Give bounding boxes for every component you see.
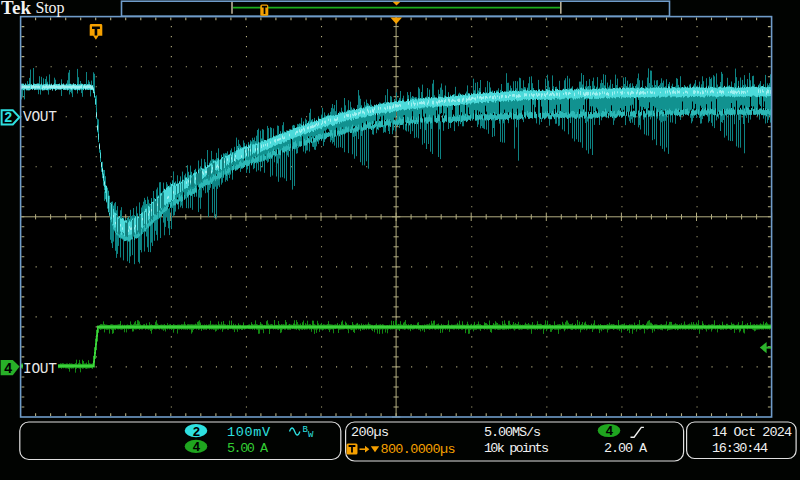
svg-text:200µs: 200µs: [351, 425, 389, 440]
svg-text:10k points: 10k points: [484, 441, 549, 456]
svg-text:4: 4: [4, 361, 12, 377]
svg-text:Tek: Tek: [1, 0, 31, 18]
svg-text:5.00MS/s: 5.00MS/s: [484, 425, 541, 440]
svg-text:100mV: 100mV: [227, 425, 271, 440]
svg-text:4: 4: [605, 424, 613, 439]
svg-text:800.0000µs: 800.0000µs: [381, 442, 456, 457]
svg-text:Stop: Stop: [36, 0, 65, 17]
svg-text:IOUT: IOUT: [23, 361, 57, 377]
svg-text:W: W: [308, 430, 314, 440]
svg-text:2: 2: [4, 110, 12, 126]
svg-text:16:30:44: 16:30:44: [712, 441, 768, 456]
svg-text:4: 4: [192, 440, 200, 455]
svg-text:5.00 A: 5.00 A: [227, 441, 269, 456]
svg-text:14 Oct 2024: 14 Oct 2024: [712, 425, 792, 440]
svg-text:2: 2: [192, 425, 200, 440]
svg-text:2.00 A: 2.00 A: [604, 441, 648, 456]
svg-text:VOUT: VOUT: [23, 109, 57, 125]
